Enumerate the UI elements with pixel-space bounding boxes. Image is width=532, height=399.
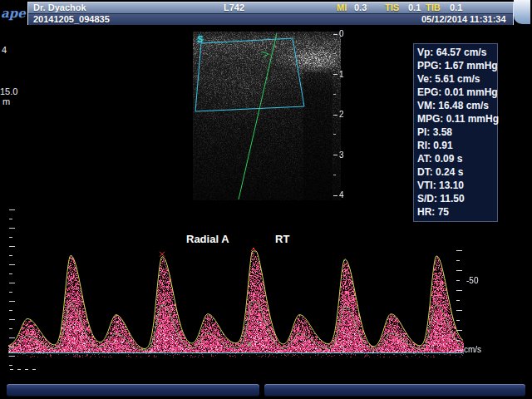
measurement-row: VM: 16.48 cm/s — [417, 99, 494, 112]
depth-tick: 3 — [333, 151, 344, 160]
tis-label: TIS — [385, 2, 399, 13]
measurement-row: S/D: 11.50 — [417, 192, 494, 205]
annotation-side: RT — [275, 233, 289, 245]
measurement-row: EPG: 0.01 mmHg — [417, 86, 494, 99]
ultrasound-screen: ape Dr. Dyachok L742 MI 0.3 TIS 0.1 TIB … — [0, 0, 532, 399]
depth-tick: 0 — [333, 30, 344, 38]
depth-unit: m — [2, 97, 10, 106]
measurement-row: DT: 0.24 s — [417, 165, 494, 179]
measurement-row: VTI: 13.10 — [417, 179, 494, 192]
velocity-unit-label: cm/s — [464, 345, 481, 354]
measurement-row: MPG: 0.11 mmHg — [417, 112, 494, 126]
doctor-name: Dr. Dyachok — [33, 2, 86, 13]
velocity-scale-label: -50 — [466, 276, 478, 285]
gain-value: 4 — [2, 46, 7, 55]
exam-id: 20141205_094835 — [33, 14, 110, 25]
mi-label: MI — [337, 2, 347, 13]
probe-label: L742 — [224, 2, 244, 13]
measurement-row: Ve: 5.61 cm/s — [417, 72, 494, 86]
bmode-image — [193, 32, 341, 200]
doppler-spectrum — [8, 248, 464, 361]
vendor-logo: ape — [1, 6, 26, 21]
tis-value: 0.1 — [408, 2, 421, 13]
menu-bar-right[interactable] — [264, 384, 525, 397]
mi-value: 0.3 — [354, 2, 367, 13]
depth-tick: 4 — [333, 191, 344, 200]
corner-decoration — [514, 0, 530, 24]
depth-tick: 2 — [333, 111, 344, 119]
info-bar: 20141205_094835 05/12/2014 11:31:34 — [28, 13, 513, 25]
status-bar: Dr. Dyachok L742 MI 0.3 TIS 0.1 TIB 0.1 — [28, 2, 513, 13]
measurement-row: PI: 3.58 — [417, 126, 494, 139]
probe-orientation-mark: S — [197, 34, 203, 44]
measurement-row: AT: 0.09 s — [417, 152, 494, 165]
measurement-row: RI: 0.91 — [417, 139, 494, 152]
time-ticks — [10, 369, 43, 371]
measurement-row: PPG: 1.67 mmHg — [417, 59, 494, 72]
spectrum-left-ruler — [9, 209, 17, 376]
tib-value: 0.1 — [450, 2, 462, 13]
depth-tick: 1 — [333, 71, 344, 79]
datetime: 05/12/2014 11:31:34 — [421, 14, 506, 25]
spectrum-right-ruler — [456, 250, 465, 355]
annotation-vessel: Radial A — [186, 233, 229, 245]
measurement-panel: Vp: 64.57 cm/sPPG: 1.67 mmHgVe: 5.61 cm/… — [413, 43, 498, 222]
measurement-row: HR: 75 — [417, 205, 494, 219]
top-bars: Dr. Dyachok L742 MI 0.3 TIS 0.1 TIB 0.1 … — [27, 2, 514, 25]
measurement-row: Vp: 64.57 cm/s — [417, 46, 494, 59]
depth-value: 15.0 — [0, 87, 17, 96]
menu-bar-left[interactable] — [7, 384, 259, 397]
depth-ruler: 01234 — [333, 30, 350, 203]
tib-label: TIB — [426, 2, 441, 13]
